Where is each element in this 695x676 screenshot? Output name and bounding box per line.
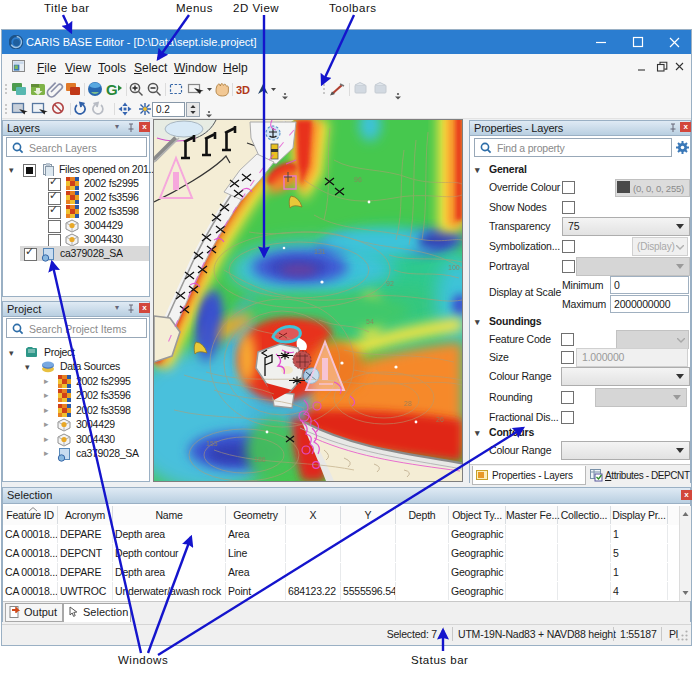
svg-text:153: 153 — [206, 440, 218, 447]
svg-text:G: G — [106, 81, 118, 98]
svg-text:131: 131 — [314, 248, 326, 255]
svg-text:3D: 3D — [236, 84, 250, 96]
svg-text:0.2: 0.2 — [156, 104, 170, 115]
svg-text:28: 28 — [404, 400, 412, 407]
svg-text:96: 96 — [354, 176, 362, 183]
svg-text:100: 100 — [448, 264, 460, 271]
svg-text:54: 54 — [366, 318, 374, 325]
svg-text:92: 92 — [386, 280, 394, 287]
svg-text:26: 26 — [436, 416, 444, 423]
svg-text:186: 186 — [254, 456, 266, 463]
